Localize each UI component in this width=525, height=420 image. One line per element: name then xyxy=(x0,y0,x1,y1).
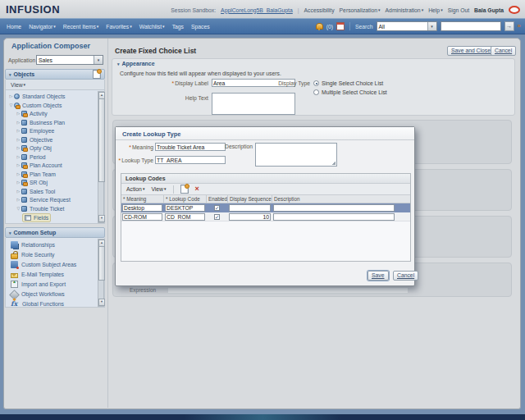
table-row[interactable] xyxy=(121,203,410,212)
tree-scrollbar[interactable]: ▲ ▼ xyxy=(98,91,104,223)
table-row[interactable] xyxy=(121,212,410,221)
expand-icon[interactable] xyxy=(16,137,21,142)
tree-item-employee[interactable]: Employee xyxy=(16,126,105,135)
expand-icon[interactable] xyxy=(16,171,21,176)
tree-item-objective[interactable]: Objective xyxy=(16,135,105,144)
display-sequence-input[interactable] xyxy=(229,213,271,221)
common-item-import-export[interactable]: Import and Export xyxy=(6,280,96,289)
expand-icon[interactable] xyxy=(16,120,21,125)
enabled-checkbox[interactable] xyxy=(214,214,220,220)
collapse-icon[interactable] xyxy=(117,62,120,66)
description-input[interactable] xyxy=(273,213,395,221)
new-row-button[interactable] xyxy=(180,185,189,194)
expand-icon[interactable] xyxy=(16,145,21,150)
nav-navigator[interactable]: Navigator xyxy=(29,24,56,30)
common-item-object-workflows[interactable]: Object Workflows xyxy=(6,290,96,299)
column-header-description[interactable]: Description xyxy=(272,195,410,203)
dialog-save-button[interactable]: Save xyxy=(368,271,389,281)
tree-item-activity[interactable]: Activity xyxy=(16,109,105,117)
common-setup-scrollbar[interactable]: ▲ ▼ xyxy=(98,239,104,307)
tree-item-fields[interactable]: Fields xyxy=(23,213,105,221)
appearance-section-header[interactable]: Appearance xyxy=(114,61,155,66)
meaning-input[interactable] xyxy=(122,213,162,221)
tree-item-custom-objects[interactable]: Custom Objects xyxy=(8,101,98,109)
column-header-meaning[interactable]: * Meaning xyxy=(121,195,164,203)
tree-item-standard-objects[interactable]: Standard Objects xyxy=(8,92,98,100)
action-menu[interactable]: Action xyxy=(126,186,144,192)
personalization-menu[interactable]: Personalization xyxy=(340,7,381,13)
table-view-menu[interactable]: View xyxy=(151,186,166,192)
scrollbar-thumb[interactable] xyxy=(98,98,105,182)
column-header-display-sequence[interactable]: Display Sequence xyxy=(228,195,272,203)
expand-icon[interactable] xyxy=(16,128,21,133)
expand-icon[interactable] xyxy=(8,94,14,98)
description-field[interactable] xyxy=(255,143,337,167)
delete-row-button[interactable] xyxy=(195,185,199,193)
common-item-custom-subject-areas[interactable]: Custom Subject Areas xyxy=(6,260,96,269)
nav-watchlist[interactable]: Watchlist xyxy=(139,24,165,30)
collapse-icon[interactable] xyxy=(9,231,11,235)
collapse-icon[interactable] xyxy=(8,103,14,107)
display-type-radio-single[interactable] xyxy=(313,80,319,86)
help-text-field[interactable] xyxy=(212,93,295,115)
tree-item-opty-obj[interactable]: Opty Obj xyxy=(16,144,105,152)
common-item-global-functions[interactable]: Global Functions xyxy=(6,299,96,308)
dialog-cancel-button[interactable]: Cancel xyxy=(393,271,418,281)
collapse-icon[interactable] xyxy=(16,206,21,211)
description-input[interactable] xyxy=(273,204,395,212)
search-scope-select[interactable]: All xyxy=(377,21,437,31)
expand-icon[interactable] xyxy=(16,111,21,116)
help-menu[interactable]: Help xyxy=(428,7,443,13)
administration-menu[interactable]: Administration xyxy=(386,7,424,13)
calendar-icon[interactable] xyxy=(336,22,345,30)
expand-icon[interactable] xyxy=(16,189,21,194)
common-item-email-templates[interactable]: E-Mail Templates xyxy=(6,270,96,279)
scroll-down-arrow[interactable]: ▼ xyxy=(98,215,105,222)
view-menu[interactable]: View xyxy=(11,82,25,88)
expand-icon[interactable] xyxy=(16,197,21,202)
tree-item-period[interactable]: Period xyxy=(16,153,105,161)
common-item-role-security[interactable]: Role Security xyxy=(6,250,96,259)
tree-item-plan-account[interactable]: Plan Account xyxy=(16,161,105,169)
lookup-code-input[interactable] xyxy=(165,213,205,221)
create-object-icon[interactable] xyxy=(93,70,101,79)
lookup-code-input[interactable] xyxy=(165,204,205,212)
main-cancel-button[interactable]: Cancel xyxy=(491,46,516,56)
notifications-bell-icon[interactable] xyxy=(316,23,323,30)
sign-out-link[interactable]: Sign Out xyxy=(448,7,469,13)
dropdown-arrow-icon[interactable] xyxy=(94,56,103,64)
tree-item-plan-team[interactable]: Plan Team xyxy=(16,170,105,178)
display-sequence-input[interactable] xyxy=(229,204,271,212)
tree-item-business-plan[interactable]: Business Plan xyxy=(16,118,105,126)
save-and-close-button[interactable]: Save and Close xyxy=(447,46,495,56)
expand-icon[interactable] xyxy=(16,180,21,185)
meaning-input[interactable] xyxy=(122,204,162,212)
display-type-radio-multiple[interactable] xyxy=(313,89,319,95)
search-input[interactable] xyxy=(441,21,501,31)
session-sandbox-link[interactable]: ApplCoreLong5B_BalaGupta xyxy=(221,7,293,13)
objects-panel-header[interactable]: Objects xyxy=(5,69,105,80)
column-header-lookup-code[interactable]: * Lookup Code xyxy=(164,195,207,203)
dropdown-arrow-icon[interactable] xyxy=(427,22,436,30)
tree-item-trouble-ticket[interactable]: Trouble Ticket xyxy=(16,204,105,212)
expand-icon[interactable] xyxy=(16,154,21,159)
meaning-field[interactable] xyxy=(155,143,226,151)
expand-icon[interactable] xyxy=(16,162,21,167)
column-header-enabled[interactable]: Enabled xyxy=(207,195,228,203)
search-go-button[interactable] xyxy=(504,21,514,31)
lookup-type-field[interactable] xyxy=(155,156,226,164)
collapse-icon[interactable] xyxy=(9,72,11,77)
common-setup-header[interactable]: Common Setup xyxy=(5,227,105,238)
enabled-checkbox[interactable] xyxy=(214,205,220,211)
nav-spaces[interactable]: Spaces xyxy=(191,24,210,30)
accessibility-link[interactable]: Accessibility xyxy=(304,7,335,13)
advanced-search-icon[interactable] xyxy=(518,21,521,31)
application-select[interactable]: Sales xyxy=(36,55,103,65)
scrollbar-thumb[interactable] xyxy=(98,246,105,281)
tree-item-sr-obj[interactable]: SR Obj xyxy=(16,178,105,186)
tree-item-partial[interactable] xyxy=(23,222,105,224)
nav-home[interactable]: Home xyxy=(7,24,21,30)
tree-item-service-request[interactable]: Service Request xyxy=(16,195,105,203)
common-item-relationships[interactable]: Relationships xyxy=(6,240,96,249)
nav-favorites[interactable]: Favorites xyxy=(106,24,131,30)
